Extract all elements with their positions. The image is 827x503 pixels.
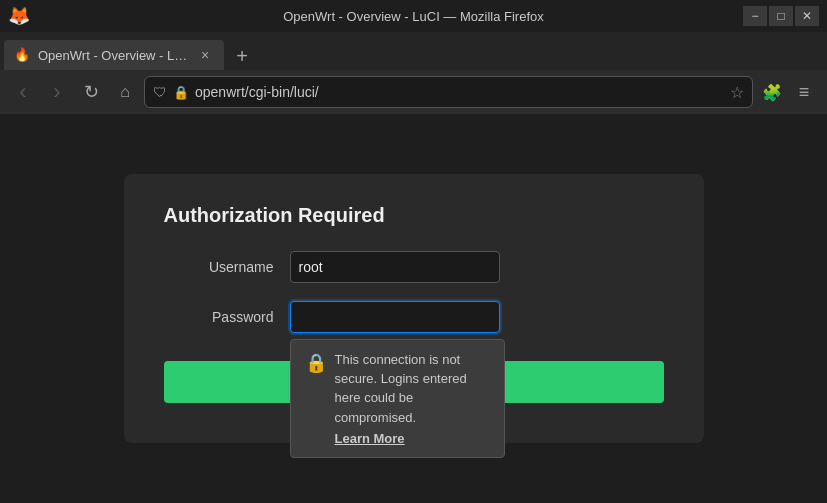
- tab-bar: 🔥 OpenWrt - Overview - Lu... × +: [0, 32, 827, 70]
- security-tooltip-header: 🔒 This connection is not secure. Logins …: [305, 350, 490, 447]
- home-button[interactable]: ⌂: [110, 77, 140, 107]
- new-tab-button[interactable]: +: [228, 42, 256, 70]
- content-area: Authorization Required Username Password…: [0, 114, 827, 503]
- security-tooltip: 🔒 This connection is not secure. Logins …: [290, 339, 505, 458]
- username-label: Username: [164, 259, 274, 275]
- tab-label: OpenWrt - Overview - Lu...: [38, 48, 188, 63]
- security-tooltip-message: This connection is not secure. Logins en…: [335, 352, 467, 425]
- tab-close-button[interactable]: ×: [196, 46, 214, 64]
- security-tooltip-body: This connection is not secure. Logins en…: [335, 350, 490, 447]
- password-wrapper: 🔒 This connection is not secure. Logins …: [290, 301, 500, 333]
- menu-button[interactable]: ≡: [789, 77, 819, 107]
- learn-more-link[interactable]: Learn More: [335, 431, 405, 446]
- nav-right-controls: 🧩 ≡: [757, 77, 819, 107]
- title-bar-left: 🦊: [8, 5, 30, 27]
- reload-button[interactable]: ↻: [76, 77, 106, 107]
- password-row: Password 🔒 This connection is not secure…: [164, 301, 664, 333]
- forward-button[interactable]: ›: [42, 77, 72, 107]
- extensions-button[interactable]: 🧩: [757, 77, 787, 107]
- bookmark-icon[interactable]: ☆: [730, 83, 744, 102]
- username-input[interactable]: [290, 251, 500, 283]
- window-title: OpenWrt - Overview - LuCI — Mozilla Fire…: [283, 9, 544, 24]
- password-label: Password: [164, 309, 274, 325]
- lock-warning-icon: 🔒: [305, 352, 327, 374]
- firefox-logo-icon: 🦊: [8, 5, 30, 27]
- minimize-button[interactable]: −: [743, 6, 767, 26]
- username-row: Username: [164, 251, 664, 283]
- back-button[interactable]: ‹: [8, 77, 38, 107]
- tab-favicon-icon: 🔥: [14, 47, 30, 63]
- password-input[interactable]: [290, 301, 500, 333]
- title-bar: 🦊 OpenWrt - Overview - LuCI — Mozilla Fi…: [0, 0, 827, 32]
- title-bar-controls: − □ ✕: [743, 6, 819, 26]
- browser-tab[interactable]: 🔥 OpenWrt - Overview - Lu... ×: [4, 40, 224, 70]
- auth-dialog-title: Authorization Required: [164, 204, 664, 227]
- close-button[interactable]: ✕: [795, 6, 819, 26]
- lock-icon: 🔒: [173, 85, 189, 100]
- auth-dialog: Authorization Required Username Password…: [124, 174, 704, 443]
- address-input[interactable]: [195, 84, 724, 100]
- maximize-button[interactable]: □: [769, 6, 793, 26]
- nav-bar: ‹ › ↻ ⌂ 🛡 🔒 ☆ 🧩 ≡: [0, 70, 827, 114]
- address-bar[interactable]: 🛡 🔒 ☆: [144, 76, 753, 108]
- shield-icon: 🛡: [153, 84, 167, 100]
